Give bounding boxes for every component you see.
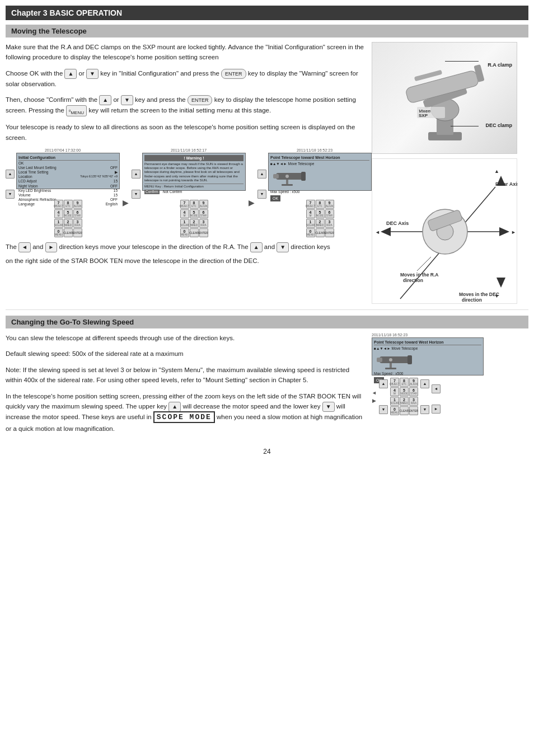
key2-4-m[interactable]: 4M	[180, 209, 189, 218]
arrow1: ▶	[123, 148, 129, 237]
key3-7-object[interactable]: 7OBJECT	[306, 200, 315, 209]
svg-line-33	[417, 257, 431, 271]
svg-marker-27	[381, 227, 391, 236]
key2-2-nmed[interactable]: 2NMED	[190, 219, 199, 228]
bot-4-m[interactable]: 4M	[390, 387, 399, 396]
arrow2: ▶	[249, 148, 255, 237]
key2-5-node[interactable]: 5NODE	[190, 209, 199, 218]
para3: Then, choose "Confirm" with the ▲ or ▼ k…	[6, 95, 366, 116]
key-enter[interactable]: ENTER	[73, 228, 82, 237]
bot-0-menu[interactable]: 0MENU	[390, 406, 399, 415]
bottom-up-left[interactable]: ▲	[379, 379, 388, 388]
key3-0-menu[interactable]: 0MENU	[306, 228, 315, 237]
bot-3-raa[interactable]: 3RA/A	[409, 397, 418, 406]
dec-clamp-label: DEC clamp	[485, 123, 512, 128]
key3-3-raa[interactable]: 3RA/A	[325, 219, 334, 228]
enter-key-inline1[interactable]: ENTER	[221, 69, 246, 79]
bot-clear[interactable]: CLEAR	[400, 406, 409, 415]
screen1-timestamp: 2011/07/04 17:32:00	[45, 148, 81, 152]
bottom-keypad-area: ◄ ▶ ▲ ▼ 7OBJECT 8ETC 9ALIGN 4M 5NODE 6ST…	[372, 378, 517, 415]
right-key-dir[interactable]: ►	[45, 242, 58, 252]
bot-left-key[interactable]: ◄	[432, 384, 441, 393]
bottom-updown-right: ▲ ▼	[420, 379, 429, 414]
screen2-up-key[interactable]: ▲	[132, 170, 140, 179]
key3-9-align[interactable]: 9ALIGN	[325, 200, 334, 209]
down-key-dir[interactable]: ▼	[277, 242, 289, 252]
key-9-align[interactable]: 9ALIGN	[73, 200, 82, 209]
left-key-dir[interactable]: ◄	[18, 242, 31, 252]
bot-5-node[interactable]: 5NODE	[400, 387, 409, 396]
bot-1-solar[interactable]: 1SOLAR	[390, 397, 399, 406]
bot-right-key[interactable]: ►	[432, 405, 441, 414]
up-key-dir[interactable]: ▲	[250, 242, 263, 252]
bot-2-nmed[interactable]: 2NMED	[400, 397, 409, 406]
screen1-numpad: 7OBJECT 8ETC 9ALIGN 4M 5NODE 6STAR 1SOLA…	[54, 200, 82, 237]
down-key-speed[interactable]: ▼	[322, 402, 335, 412]
direction-diagram: Polar Axis DEC Axis ▲ ▼ ◄	[372, 158, 517, 304]
key-4-m[interactable]: 4M	[54, 209, 63, 218]
up-key-inline1[interactable]: ▲	[64, 69, 77, 79]
key-1-solar[interactable]: 1SOLAR	[54, 219, 63, 228]
svg-rect-1	[273, 174, 279, 179]
key3-1-solar[interactable]: 1SOLAR	[306, 219, 315, 228]
screens-row: 2011/07/04 17:32:00 ▲ ▼ Initial Configur…	[6, 148, 366, 237]
up-key-speed[interactable]: ▲	[168, 402, 181, 412]
screen1-down-key[interactable]: ▼	[6, 190, 15, 199]
key-7-object[interactable]: 7OBJECT	[54, 200, 63, 209]
key-clear[interactable]: CLEAR	[64, 228, 73, 237]
screen3-up-key[interactable]: ▲	[257, 170, 266, 179]
menu-key-inline1[interactable]: 0MENU	[66, 105, 87, 116]
key3-4-m[interactable]: 4M	[306, 209, 315, 218]
key-0-menu[interactable]: 0MENU	[54, 228, 63, 237]
key2-1-solar[interactable]: 1SOLAR	[180, 219, 189, 228]
bottom-left-nav: ◄ ▶	[372, 390, 377, 403]
key3-5-node[interactable]: 5NODE	[316, 209, 325, 218]
up-key-inline2[interactable]: ▲	[99, 95, 111, 105]
down-key-inline2[interactable]: ▼	[121, 95, 133, 105]
bottom-down-right[interactable]: ▼	[420, 405, 429, 414]
key-5-node[interactable]: 5NODE	[64, 209, 73, 218]
key3-enter[interactable]: ENTER	[325, 228, 334, 237]
key3-clear[interactable]: CLEAR	[316, 228, 325, 237]
bot-9-align[interactable]: 9ALIGN	[409, 378, 418, 387]
key2-enter[interactable]: ENTER	[199, 228, 208, 237]
screen3-down-key[interactable]: ▼	[257, 190, 266, 199]
key-6-star[interactable]: 6STAR	[73, 209, 82, 218]
key-8-etc[interactable]: 8ETC	[64, 200, 73, 209]
key2-3-raa[interactable]: 3RA/A	[199, 219, 208, 228]
bottom-up-right[interactable]: ▲	[420, 379, 429, 388]
bot-6-star[interactable]: 6STAR	[409, 387, 418, 396]
key3-6-star[interactable]: 6STAR	[325, 209, 334, 218]
key2-9-align[interactable]: 9ALIGN	[199, 200, 208, 209]
key2-0-menu[interactable]: 0MENU	[180, 228, 189, 237]
svg-marker-29	[499, 227, 509, 236]
bot-enter[interactable]: ENTER	[409, 406, 418, 415]
svg-text:direction: direction	[462, 297, 482, 303]
section2-title: Changing the Go-To Slewing Speed	[6, 316, 528, 328]
down-key-inline1[interactable]: ▼	[86, 69, 99, 79]
key3-8-etc[interactable]: 8ETC	[316, 200, 325, 209]
key2-6-star[interactable]: 6STAR	[199, 209, 208, 218]
bottom-leftright-nav: ◄ ►	[432, 380, 441, 414]
section-divider	[6, 309, 528, 310]
para4: Your telescope is ready to slew to all d…	[6, 122, 366, 143]
key2-8-etc[interactable]: 8ETC	[190, 200, 199, 209]
screen2-down-key[interactable]: ▼	[132, 190, 140, 199]
screen3-timestamp: 2011/11/18 16:52:23	[297, 148, 332, 152]
bottom-right: 2011/11/18 16:52:23 Point Telescope towa…	[372, 333, 528, 439]
screen1-up-key[interactable]: ▲	[6, 170, 15, 179]
key2-clear[interactable]: CLEAR	[190, 228, 199, 237]
bottom-down-left[interactable]: ▼	[379, 405, 388, 414]
bot-8-etc[interactable]: 8ETC	[400, 378, 409, 387]
bottom-left: You can slew the telescope at different …	[6, 333, 366, 439]
key-2-nmed[interactable]: 2NMED	[64, 219, 73, 228]
bot-7-object[interactable]: 7OBJECT	[390, 378, 399, 387]
enter-key-inline2[interactable]: ENTER	[188, 95, 213, 105]
key3-2-nmed[interactable]: 2NMED	[316, 219, 325, 228]
screen2-unit: 2011/11/18 16:52:17 ▲ ▼ ! Warning ! Perm…	[132, 148, 246, 237]
svg-text:SXP: SXP	[419, 113, 428, 118]
key2-7-object[interactable]: 7OBJECT	[180, 200, 189, 209]
bottom-numpad: 7OBJECT 8ETC 9ALIGN 4M 5NODE 6STAR 1SOLA…	[390, 378, 418, 415]
svg-text:Moves in the DEC: Moves in the DEC	[459, 292, 499, 297]
key-3-raa[interactable]: 3RA/A	[73, 219, 82, 228]
